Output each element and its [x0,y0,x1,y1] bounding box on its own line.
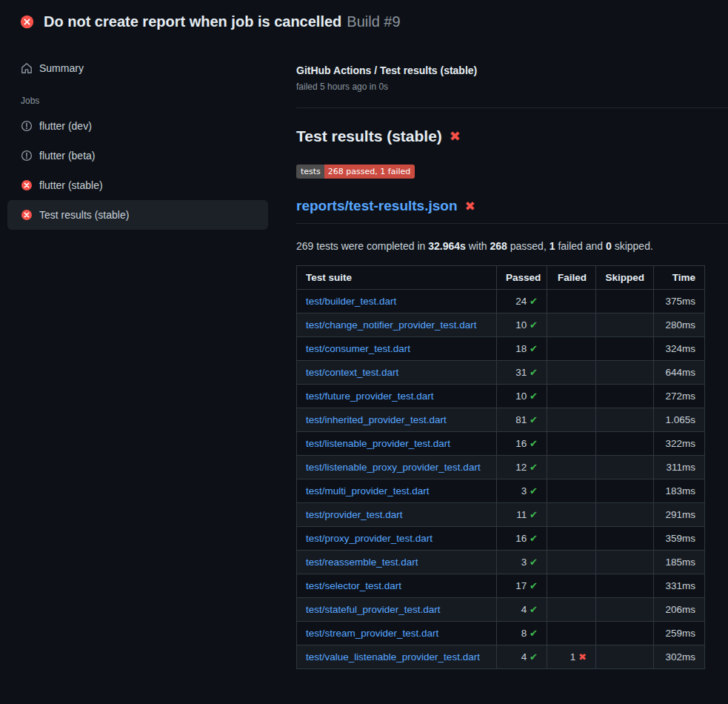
home-icon [21,62,33,74]
table-header-row: Test suite Passed Failed Skipped Time [297,265,705,289]
run-header: Do not create report when job is cancell… [0,0,728,39]
skipped-cell [596,313,654,336]
jobs-list: flutter (dev) flutter (beta) flutter (st… [7,111,268,230]
test-suite-link[interactable]: test/proxy_provider_test.dart [306,533,433,544]
sidebar-job-item[interactable]: flutter (dev) [7,111,268,141]
skipped-cell [596,645,654,668]
failed-cell [547,289,596,313]
badge-label: tests [296,165,324,179]
skipped-cell [596,502,654,526]
test-suite-cell: test/listenable_provider_test.dart [297,431,497,455]
failed-x-icon: ✖ [450,129,461,145]
sidebar-job-item[interactable]: flutter (stable) [7,170,268,200]
test-suite-link[interactable]: test/listenable_proxy_provider_test.dart [306,462,481,473]
x-circle-fill-icon [21,179,33,191]
sidebar-job-label: flutter (beta) [39,150,95,162]
x-circle-fill-icon [20,15,34,29]
sidebar-job-label: Test results (stable) [39,209,129,221]
passed-cell: 11 ✔ [497,502,547,526]
check-icon: ✔ [530,414,538,425]
summary-number: 268 [490,240,507,252]
skipped-cell [596,597,654,621]
test-suite-link[interactable]: test/future_provider_test.dart [306,391,434,402]
table-row: test/stream_provider_test.dart 8 ✔ 259ms [297,621,705,645]
checks-page: Do not create report when job is cancell… [0,0,728,669]
time-cell: 291ms [654,502,705,526]
test-suite-cell: test/stream_provider_test.dart [297,621,497,645]
failed-cell [547,455,596,479]
test-suite-link[interactable]: test/stream_provider_test.dart [306,628,438,639]
report-link[interactable]: reports/test-results.json [296,198,458,215]
table-row: test/future_provider_test.dart 10 ✔ 272m… [297,384,705,408]
sidebar-item-summary[interactable]: Summary [7,53,268,83]
failed-cell [547,479,596,502]
x-icon: ✖ [578,651,587,663]
sidebar-job-item[interactable]: Test results (stable) [7,200,268,230]
badge-row: tests 268 passed, 1 failed [296,164,728,179]
summary-text: 269 tests were completed in [296,240,428,252]
test-suite-cell: test/proxy_provider_test.dart [297,526,497,550]
skipped-cell [596,621,654,645]
time-cell: 1.065s [654,408,705,431]
table-row: test/consumer_test.dart 18 ✔ 324ms [297,336,705,360]
run-title: Do not create report when job is cancell… [44,13,341,30]
table-row: test/value_listenable_provider_test.dart… [297,645,705,668]
skipped-cell [596,455,654,479]
failed-cell [547,360,596,384]
sidebar-job-item[interactable]: flutter (beta) [7,141,268,170]
test-suite-link[interactable]: test/stateful_provider_test.dart [306,604,441,615]
skipped-cell [596,384,654,408]
test-suite-link[interactable]: test/value_listenable_provider_test.dart [306,651,480,663]
test-suite-cell: test/future_provider_test.dart [297,384,497,408]
test-results-table: Test suite Passed Failed Skipped Time te… [296,265,705,669]
summary-number: 1 [550,240,555,252]
skipped-cell [596,289,654,313]
table-header: Test suite Passed Failed Skipped Time [297,265,705,289]
test-suite-cell: test/inherited_provider_test.dart [297,408,497,431]
test-suite-link[interactable]: test/consumer_test.dart [306,343,410,354]
failed-cell: 1 ✖ [547,645,596,668]
passed-cell: 3 ✔ [497,479,547,502]
check-icon: ✔ [530,296,538,307]
failed-cell [547,502,596,526]
table-row: test/proxy_provider_test.dart 16 ✔ 359ms [297,526,705,550]
badge-value: 268 passed, 1 failed [324,165,415,179]
test-suite-cell: test/listenable_proxy_provider_test.dart [297,455,497,479]
test-suite-cell: test/consumer_test.dart [297,336,497,360]
time-cell: 272ms [654,384,705,408]
test-suite-link[interactable]: test/selector_test.dart [306,580,401,591]
failed-cell [547,431,596,455]
test-suite-link[interactable]: test/inherited_provider_test.dart [306,414,447,425]
check-icon: ✔ [530,604,538,615]
check-icon: ✔ [530,462,538,473]
skipped-cell [596,360,654,384]
time-cell: 359ms [654,526,705,550]
skipped-cell [596,408,654,431]
test-suite-link[interactable]: test/reassemble_test.dart [306,557,418,568]
passed-cell: 10 ✔ [497,313,547,336]
test-suite-link[interactable]: test/provider_test.dart [306,509,403,520]
build-number: Build #9 [347,13,400,30]
failed-cell [547,526,596,550]
test-suite-cell: test/stateful_provider_test.dart [297,597,497,621]
test-suite-link[interactable]: test/context_test.dart [306,367,398,378]
test-suite-link[interactable]: test/change_notifier_provider_test.dart [306,319,476,331]
passed-cell: 8 ✔ [497,621,547,645]
test-suite-link[interactable]: test/multi_provider_test.dart [306,485,430,497]
divider [296,107,728,108]
section-title-text: Test results (stable) [296,127,442,145]
column-header-skipped: Skipped [596,265,654,289]
passed-cell: 4 ✔ [497,597,547,621]
check-icon: ✔ [530,319,538,331]
time-cell: 311ms [654,455,705,479]
run-status-line: failed 5 hours ago in 0s [296,82,728,92]
skipped-cell [596,526,654,550]
test-suite-link[interactable]: test/builder_test.dart [306,296,396,307]
main-content: GitHub Actions / Test results (stable) f… [296,39,728,669]
time-cell: 324ms [654,336,705,360]
test-suite-link[interactable]: test/listenable_provider_test.dart [306,438,450,449]
table-row: test/listenable_provider_test.dart 16 ✔ … [297,431,705,455]
skipped-cell [596,574,654,597]
time-cell: 331ms [654,574,705,597]
failed-cell [547,384,596,408]
